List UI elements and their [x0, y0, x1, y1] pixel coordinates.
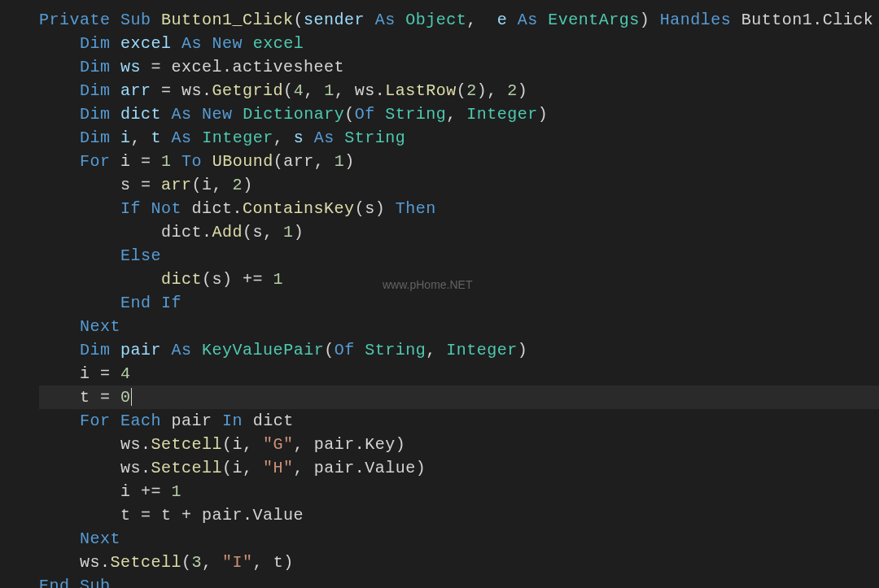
- code-token: +: [172, 506, 203, 525]
- code-token: i: [233, 435, 243, 454]
- code-token: Dim: [80, 81, 111, 100]
- code-editor[interactable]: www.pHome.NET Private Sub Button1_Click(…: [0, 0, 879, 588]
- code-token: ): [416, 459, 426, 477]
- code-token: i: [80, 364, 90, 383]
- code-line[interactable]: i += 1: [39, 480, 879, 503]
- code-line[interactable]: Dim arr = ws.Getgrid(4, 1, ws.LastRow(2)…: [39, 79, 879, 102]
- code-token: [202, 152, 212, 171]
- code-line[interactable]: dict(s) += 1: [39, 268, 879, 291]
- code-token: s: [294, 128, 304, 147]
- code-line[interactable]: Next: [39, 527, 879, 551]
- code-token: ,: [294, 435, 314, 454]
- code-token: pair: [172, 412, 212, 430]
- code-token: (: [283, 81, 294, 100]
- code-token: [538, 11, 549, 29]
- code-token: dict.: [161, 223, 212, 242]
- code-token: (: [294, 11, 304, 29]
- code-token: As: [314, 128, 335, 147]
- code-token: excel: [253, 34, 304, 53]
- code-token: arr: [120, 81, 151, 100]
- code-token: ,: [273, 128, 294, 147]
- code-token: [233, 105, 243, 124]
- code-line[interactable]: Dim dict As New Dictionary(Of String, In…: [39, 102, 879, 126]
- code-token: Button1.Click: [741, 11, 874, 29]
- code-line[interactable]: For i = 1 To UBound(arr, 1): [39, 150, 879, 173]
- code-token: e: [497, 11, 508, 29]
- code-token: [161, 341, 172, 359]
- code-token: i: [120, 482, 131, 501]
- code-token: Object: [405, 11, 466, 29]
- code-token: ): [518, 341, 528, 359]
- code-token: Integer: [446, 341, 518, 359]
- code-line[interactable]: t = t + pair.Value: [39, 503, 879, 527]
- code-line[interactable]: Else: [39, 244, 879, 268]
- code-token: [151, 11, 162, 29]
- code-token: [212, 412, 223, 430]
- code-token: arr: [161, 176, 192, 194]
- code-token: String: [344, 128, 405, 147]
- code-token: (: [192, 176, 203, 194]
- code-token: Getgrid: [212, 81, 284, 100]
- code-line[interactable]: ws.Setcell(3, "I", t): [39, 551, 879, 574]
- code-line[interactable]: Dim i, t As Integer, s As String: [39, 126, 879, 150]
- code-token: ): [375, 199, 396, 218]
- code-line[interactable]: dict.Add(s, 1): [39, 220, 879, 244]
- code-line[interactable]: s = arr(i, 2): [39, 173, 879, 197]
- code-token: 1: [283, 223, 294, 242]
- code-token: ): [518, 81, 528, 100]
- code-token: dict: [253, 412, 294, 430]
- code-token: s: [212, 270, 223, 289]
- code-token: End: [39, 577, 70, 588]
- code-token: ): [283, 553, 294, 572]
- code-line[interactable]: Dim ws = excel.activesheet: [39, 55, 879, 79]
- code-line[interactable]: If Not dict.ContainsKey(s) Then: [39, 197, 879, 220]
- code-token: ,: [426, 341, 446, 359]
- code-token: [355, 341, 365, 359]
- code-token: ContainsKey: [243, 199, 355, 218]
- code-line[interactable]: i = 4: [39, 362, 879, 385]
- text-cursor: [131, 388, 132, 406]
- code-line[interactable]: Next: [39, 315, 879, 338]
- code-token: [111, 11, 121, 29]
- code-token: (: [243, 223, 253, 242]
- code-token: dict: [120, 105, 161, 124]
- code-token: If: [161, 294, 181, 312]
- code-token: (: [181, 553, 192, 572]
- code-token: [161, 105, 172, 124]
- code-token: Setcell: [151, 435, 223, 454]
- code-token: ws.: [120, 435, 151, 454]
- code-token: t: [161, 506, 172, 525]
- code-line[interactable]: For Each pair In dict: [39, 409, 879, 433]
- code-line[interactable]: Dim pair As KeyValuePair(Of String, Inte…: [39, 338, 879, 362]
- code-line[interactable]: ws.Setcell(i, "G", pair.Key): [39, 433, 879, 456]
- code-token: Else: [120, 246, 161, 265]
- code-line[interactable]: End Sub: [39, 574, 879, 588]
- code-line[interactable]: t = 0: [39, 385, 879, 409]
- code-token: "H": [263, 459, 294, 477]
- code-token: Add: [212, 223, 243, 242]
- code-token: Each: [120, 412, 161, 430]
- code-token: [161, 128, 172, 147]
- code-token: t: [80, 388, 90, 407]
- code-token: LastRow: [385, 81, 457, 100]
- code-line[interactable]: ws.Setcell(i, "H", pair.Value): [39, 456, 879, 480]
- code-token: excel.activesheet: [172, 58, 345, 76]
- code-line[interactable]: End If: [39, 291, 879, 315]
- code-token: String: [365, 341, 426, 359]
- code-token: Sub: [120, 11, 151, 29]
- code-line[interactable]: Dim excel As New excel: [39, 32, 879, 55]
- code-line[interactable]: Private Sub Button1_Click(sender As Obje…: [39, 8, 879, 32]
- code-token: Setcell: [111, 553, 182, 572]
- code-token: "I": [222, 553, 253, 572]
- code-token: 0: [120, 388, 131, 407]
- code-token: pair.Value: [202, 506, 304, 525]
- code-token: Of: [335, 341, 355, 359]
- code-token: Not: [151, 199, 182, 218]
- code-token: Private: [39, 11, 111, 29]
- code-token: 4: [120, 364, 131, 383]
- code-token: =: [131, 152, 162, 171]
- code-token: i: [120, 152, 131, 171]
- code-token: ,: [202, 553, 222, 572]
- code-token: =: [141, 58, 172, 76]
- code-token: 3: [192, 553, 203, 572]
